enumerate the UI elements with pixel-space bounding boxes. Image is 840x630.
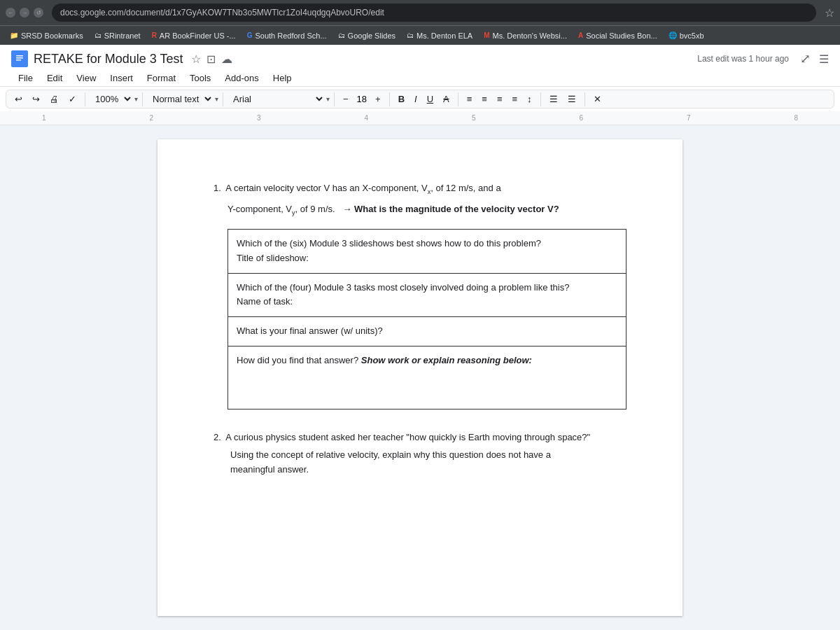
title-row: RETAKE for Module 3 Test ☆ ⊡ ☁ Last edit… (11, 50, 829, 67)
bookmark-label: Social Studies Bon... (586, 31, 657, 40)
font-arrow-icon: ▾ (326, 95, 330, 103)
menu-file[interactable]: File (11, 70, 40, 86)
bookmark-label: SRSD Bookmarks (21, 31, 83, 40)
globe-icon: 🌐 (668, 31, 677, 39)
bookmark-label: bvc5xb (680, 31, 704, 40)
list-group: ☰ ☰ (545, 92, 580, 106)
menu-insert[interactable]: Insert (103, 70, 140, 86)
bold-button[interactable]: B (394, 92, 409, 106)
zoom-select[interactable]: 100% 75% 50% 125% 150% (90, 92, 133, 106)
italic-button[interactable]: I (410, 92, 421, 106)
bookmark-ms-denton-ela[interactable]: 🗂 Ms. Denton ELA (402, 30, 477, 41)
print-button[interactable]: 🖨 (46, 92, 63, 106)
address-text: docs.google.com/document/d/1x7GyAKOW7TNb… (60, 8, 384, 18)
undo-button[interactable]: ↩ (10, 92, 27, 106)
sep-1 (85, 92, 85, 106)
menu-addons[interactable]: Add-ons (218, 70, 265, 86)
ela-icon: 🗂 (407, 31, 414, 39)
text-style-select[interactable]: Normal text Heading 1 Heading 2 Title (147, 92, 214, 106)
table-cell-slideshow[interactable]: Which of the (six) Module 3 slideshows b… (228, 229, 626, 273)
bookmark-ms-denton-websi[interactable]: M Ms. Denton's Websi... (479, 30, 571, 41)
bookmark-label: Ms. Denton ELA (416, 31, 472, 40)
sep-6 (458, 92, 458, 106)
bookmark-label: South Redford Sch... (255, 31, 326, 40)
align-right-button[interactable]: ≡ (493, 92, 507, 106)
align-left-button[interactable]: ≡ (463, 92, 477, 106)
expand-icon[interactable]: ⤢ (800, 51, 811, 66)
strikethrough-button[interactable]: A (439, 92, 454, 106)
svg-rect-1 (16, 55, 23, 57)
bookmark-bvc5x[interactable]: 🌐 bvc5xb (664, 30, 708, 41)
style-arrow-icon: ▾ (215, 95, 218, 103)
more-options-button[interactable]: ✕ (589, 92, 606, 106)
star-bookmark-icon[interactable]: ☆ (191, 52, 201, 66)
sep-8 (584, 92, 585, 106)
bookmark-google-slides[interactable]: 🗂 Google Slides (334, 30, 400, 41)
bookmark-label: SRintranet (104, 31, 141, 40)
table-row-work: How did you find that answer? Show work … (228, 346, 626, 409)
question-2-text: 2. A curious physics student asked her t… (214, 430, 626, 445)
cloud-icon[interactable]: ☁ (221, 52, 232, 66)
bookmark-south-redford[interactable]: G South Redford Sch... (243, 30, 331, 41)
drive-icon[interactable]: ⊡ (206, 52, 216, 66)
document-page[interactable]: 1. A certain velocity vector V has an X-… (158, 139, 682, 616)
redo-button[interactable]: ↪ (28, 92, 44, 106)
forward-button[interactable]: → (20, 8, 29, 18)
sidebar-toggle-icon[interactable]: ☰ (819, 52, 829, 66)
table-cell-task[interactable]: Which of the (four) Module 3 tasks most … (228, 273, 626, 317)
menu-format[interactable]: Format (140, 70, 183, 86)
reload-button[interactable]: ↺ (34, 8, 43, 18)
font-size-value: 18 (354, 94, 370, 104)
document-title[interactable]: RETAKE for Module 3 Test (34, 52, 183, 66)
bookmark-label: Ms. Denton's Websi... (493, 31, 567, 40)
page-icon: 🗂 (94, 31, 102, 39)
menu-tools[interactable]: Tools (183, 70, 218, 86)
history-group: ↩ ↪ 🖨 ✓ (10, 92, 80, 106)
bookmark-social-studies[interactable]: A Social Studies Bon... (574, 30, 662, 41)
browser-bar: ← → ↺ docs.google.com/document/d/1x7GyAK… (0, 0, 840, 25)
bullet-list-button[interactable]: ☰ (545, 92, 562, 106)
last-edit-text: Last edit was 1 hour ago (697, 54, 789, 64)
sep-2 (142, 92, 143, 106)
align-center-button[interactable]: ≡ (477, 92, 491, 106)
docs-app: RETAKE for Module 3 Test ☆ ⊡ ☁ Last edit… (0, 45, 840, 630)
table-row-slideshow: Which of the (six) Module 3 slideshows b… (228, 229, 626, 273)
font-select[interactable]: Arial Times New Roman Courier New (227, 92, 325, 106)
bookmark-ar[interactable]: R AR BookFinder US -... (148, 30, 240, 41)
zoom-arrow-icon: ▾ (134, 95, 138, 103)
svg-rect-0 (15, 52, 24, 65)
docs-content-area[interactable]: 1. A certain velocity vector V has an X-… (0, 125, 840, 630)
menu-help[interactable]: Help (266, 70, 299, 86)
sep-4 (334, 92, 335, 106)
m-icon: M (484, 31, 489, 39)
address-bar[interactable]: docs.google.com/document/d/1x7GyAKOW7TNb… (52, 4, 816, 22)
star-icon[interactable]: ☆ (825, 6, 834, 20)
bookmarks-bar: 📁 SRSD Bookmarks 🗂 SRintranet R AR BookF… (0, 25, 840, 45)
underline-button[interactable]: U (423, 92, 438, 106)
sep-5 (389, 92, 390, 106)
menu-view[interactable]: View (69, 70, 103, 86)
spellcheck-button[interactable]: ✓ (64, 92, 80, 106)
font-size-decrease-button[interactable]: − (339, 92, 353, 106)
numbered-list-button[interactable]: ☰ (564, 92, 580, 106)
docs-toolbar: ↩ ↪ 🖨 ✓ 100% 75% 50% 125% 150% ▾ Normal … (6, 90, 834, 108)
docs-header: RETAKE for Module 3 Test ☆ ⊡ ☁ Last edit… (0, 45, 840, 87)
font-size-increase-button[interactable]: + (371, 92, 385, 106)
question-1-bold: What is the magnitude of the velocity ve… (354, 204, 559, 214)
ruler-marks: 1 2 3 4 5 6 7 8 (42, 114, 798, 122)
question-1-text: 1. A certain velocity vector V has an X-… (214, 181, 626, 197)
table-cell-final[interactable]: What is your final answer (w/ units)? (228, 317, 626, 346)
align-group: ≡ ≡ ≡ ≡ ↕ (463, 92, 536, 106)
bookmark-label: Google Slides (348, 31, 396, 40)
size-group: − 18 + (339, 92, 385, 106)
g-icon: G (247, 31, 253, 39)
line-spacing-button[interactable]: ↕ (523, 92, 536, 106)
bookmark-srintranet[interactable]: 🗂 SRintranet (90, 30, 145, 41)
align-justify-button[interactable]: ≡ (508, 92, 522, 106)
menu-edit[interactable]: Edit (40, 70, 69, 86)
table-row-task: Which of the (four) Module 3 tasks most … (228, 273, 626, 317)
table-cell-work[interactable]: How did you find that answer? Show work … (228, 346, 626, 409)
folder-icon: 📁 (10, 31, 18, 39)
back-button[interactable]: ← (6, 8, 15, 18)
bookmark-srsd[interactable]: 📁 SRSD Bookmarks (6, 30, 88, 41)
